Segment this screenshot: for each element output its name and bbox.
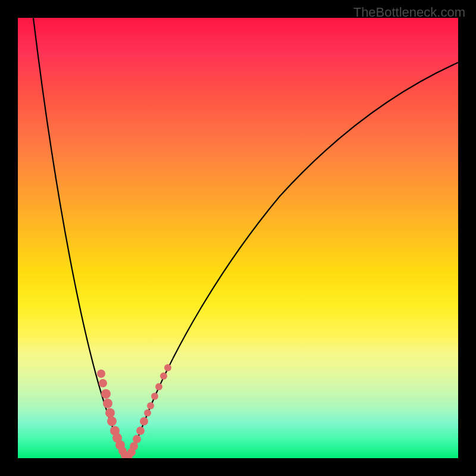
data-point: [136, 427, 145, 435]
data-point: [133, 435, 141, 443]
bottleneck-curve: [33, 18, 458, 457]
data-point: [147, 402, 154, 409]
data-point: [130, 442, 138, 450]
data-point: [155, 383, 162, 390]
data-point: [107, 416, 117, 426]
data-point: [105, 408, 115, 418]
data-point: [99, 379, 107, 387]
data-point: [151, 393, 158, 400]
data-point: [164, 364, 171, 371]
data-points-group: [97, 364, 171, 458]
data-point: [144, 409, 151, 416]
chart-svg: [18, 18, 458, 458]
data-point: [101, 389, 111, 399]
data-point: [140, 417, 148, 425]
data-point: [97, 369, 105, 378]
watermark-text: TheBottleneck.com: [353, 5, 465, 20]
data-point: [103, 399, 112, 408]
plot-area: [18, 18, 458, 458]
data-point: [160, 372, 167, 380]
